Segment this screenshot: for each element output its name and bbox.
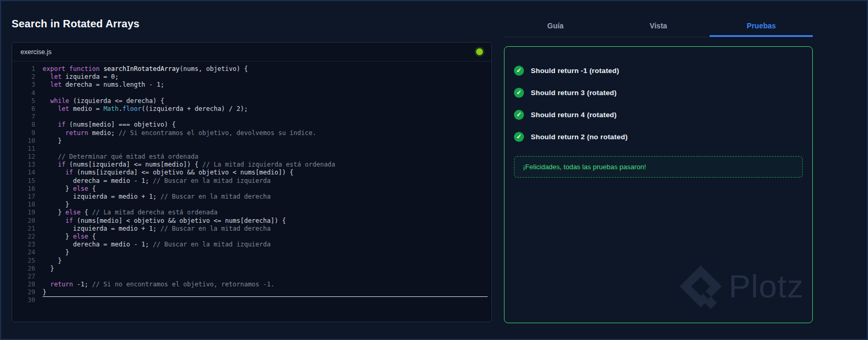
code-line-10: 10 } [12,137,491,145]
line-number: 13 [12,161,43,169]
line-number: 5 [12,97,43,105]
code-line-6: 6 let medio = Math.floor((izquierda + de… [12,105,491,113]
test-results-list: ✓Should return -1 (rotated)✓Should retur… [504,47,812,148]
code-line-1: 1export function searchInRotatedArray(nu… [12,65,491,73]
code-line-content: // Determinar qué mitad está ordenada [43,153,488,161]
line-number: 29 [12,289,43,296]
tab-vista[interactable]: Vista [607,16,710,37]
code-line-content: izquierda = medio + 1; // Buscar en la m… [43,193,488,201]
code-line-30: 30 [12,296,491,304]
code-line-content: if (nums[medio] < objetivo && objetivo <… [43,217,488,225]
code-line-content [43,273,488,281]
code-line-21: 21 izquierda = medio + 1; // Buscar en l… [12,225,491,233]
success-message: ¡Felicidades, todas las pruebas pasaron! [523,163,646,171]
code-line-28: 28 return -1; // Si no encontramos el ob… [12,281,491,289]
code-line-23: 23 derecha = medio - 1; // Buscar en la … [12,241,491,249]
test-label: Should return 2 (no rotated) [531,133,628,141]
line-number: 19 [12,209,43,217]
code-line-content: return medio; // Si encontramos el objet… [43,129,488,137]
editor-filename-tab[interactable]: exercise.js [21,48,52,56]
line-number: 14 [12,169,43,177]
code-line-content: derecha = medio - 1; // Buscar en la mit… [43,241,488,249]
line-number: 25 [12,257,43,265]
code-line-26: 26 } [12,265,491,273]
code-line-content: } else { // La mitad derecha está ordena… [43,209,488,217]
line-number: 2 [12,73,43,81]
code-line-content: if (nums[izquierda] <= objetivo && objet… [43,169,488,177]
code-line-content: } [43,265,488,273]
code-line-8: 8 if (nums[medio] === objetivo) { [12,121,491,129]
code-line-content: izquierda = medio + 1; // Buscar en la m… [43,225,488,233]
code-line-27: 27 [12,273,491,281]
line-number: 26 [12,265,43,273]
code-line-25: 25 } [12,257,491,265]
app-root: { "page_title": "Search in Rotated Array… [0,0,868,340]
code-line-15: 15 derecha = medio - 1; // Buscar en la … [12,177,491,185]
line-number: 8 [12,121,43,129]
line-number: 10 [12,137,43,145]
plotz-logo-icon [678,264,723,309]
code-line-content [43,113,488,121]
code-line-content: } else { [43,185,488,193]
code-line-13: 13 if (nums[izquierda] <= nums[medio]) {… [12,161,491,169]
code-line-14: 14 if (nums[izquierda] <= objetivo && ob… [12,169,491,177]
check-icon: ✓ [514,110,524,120]
line-number: 15 [12,177,43,185]
line-number: 12 [12,153,43,161]
code-line-content: let derecha = nums.length - 1; [43,81,488,89]
test-label: Should return -1 (rotated) [531,67,619,75]
watermark-text: Plotz [729,270,804,303]
line-number: 22 [12,233,43,241]
test-label: Should return 3 (rotated) [531,89,617,97]
code-line-18: 18 } [12,201,491,209]
line-number: 6 [12,105,43,113]
code-line-content: let izquierda = 0; [43,73,488,81]
code-line-content: } [43,201,488,209]
plotz-watermark: Plotz [678,264,804,309]
code-line-content [43,145,488,153]
tab-bar: GuíaVistaPruebas [504,16,813,37]
line-number: 18 [12,201,43,209]
line-number: 7 [12,113,43,121]
test-result-item: ✓Should return 3 (rotated) [514,81,803,104]
code-line-4: 4 [12,89,491,97]
line-number: 9 [12,129,43,137]
line-number: 30 [12,296,43,304]
check-icon: ✓ [514,88,524,98]
code-line-17: 17 izquierda = medio + 1; // Buscar en l… [12,193,491,201]
code-editor[interactable]: 1export function searchInRotatedArray(nu… [12,62,491,322]
code-line-5: 5 while (izquierda <= derecha) { [12,97,491,105]
line-number: 17 [12,193,43,201]
code-line-9: 9 return medio; // Si encontramos el obj… [12,129,491,137]
line-number: 23 [12,241,43,249]
success-message-box: ¡Felicidades, todas las pruebas pasaron! [514,156,803,178]
test-result-item: ✓Should return 4 (rotated) [514,104,803,126]
line-number: 11 [12,145,43,153]
check-icon: ✓ [514,132,524,142]
test-result-item: ✓Should return 2 (no rotated) [514,126,803,148]
code-line-content: if (nums[medio] === objetivo) { [43,121,488,129]
code-line-19: 19 } else { // La mitad derecha está ord… [12,209,491,217]
line-number: 4 [12,89,43,97]
code-editor-panel: exercise.js 1export function searchInRot… [12,42,492,322]
code-line-content: if (nums[izquierda] <= nums[medio]) { //… [43,161,488,169]
line-number: 3 [12,81,43,89]
line-number: 1 [12,65,43,73]
tab-pruebas[interactable]: Pruebas [710,16,813,37]
line-number: 28 [12,281,43,289]
code-line-20: 20 if (nums[medio] < objetivo && objetiv… [12,217,491,225]
code-line-content: } [43,249,488,256]
code-line-2: 2 let izquierda = 0; [12,73,491,81]
code-line-24: 24 } [12,249,491,256]
test-result-item: ✓Should return -1 (rotated) [514,59,803,81]
code-line-11: 11 [12,145,491,153]
code-line-content [43,89,488,97]
tab-guia[interactable]: Guía [504,16,607,37]
page-title: Search in Rotated Arrays [12,18,139,30]
code-line-content: } [43,137,488,145]
code-line-content [43,296,488,304]
code-line-content: } [43,257,488,265]
code-line-29: 29} [12,289,491,296]
code-line-content: return -1; // Si no encontramos el objet… [43,281,488,289]
line-number: 21 [12,225,43,233]
